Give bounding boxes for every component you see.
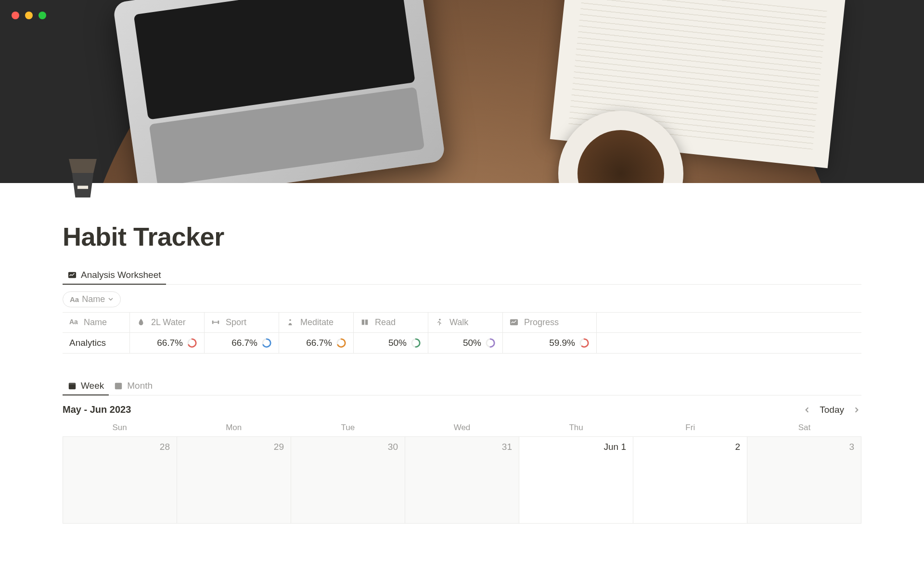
name-pill-label: Name bbox=[82, 294, 105, 304]
walk-icon bbox=[435, 318, 445, 328]
chevron-right-icon[interactable] bbox=[852, 405, 861, 415]
col-water-header[interactable]: 2L Water bbox=[130, 313, 205, 332]
meditation-icon bbox=[286, 318, 295, 328]
calendar-nav: Today bbox=[802, 405, 861, 415]
cell-walk-value: 50% bbox=[463, 338, 481, 348]
calendar-cell[interactable]: 29 bbox=[177, 437, 291, 524]
cell-name[interactable]: Analytics bbox=[63, 333, 130, 353]
tab-week[interactable]: Week bbox=[63, 377, 109, 395]
col-progress-header[interactable]: Progress bbox=[503, 313, 597, 332]
page-title[interactable]: Habit Tracker bbox=[63, 222, 861, 251]
col-progress-label: Progress bbox=[524, 317, 559, 328]
calendar-grid: 28 29 30 31 Jun 1 2 3 bbox=[63, 436, 861, 524]
dow-sat: Sat bbox=[747, 419, 861, 436]
svg-rect-21 bbox=[69, 383, 76, 385]
tab-week-label: Week bbox=[81, 381, 104, 391]
dow-sun: Sun bbox=[63, 419, 177, 436]
svg-rect-2 bbox=[212, 320, 214, 324]
text-aa-icon: Aa bbox=[69, 318, 79, 328]
calendar-cell[interactable]: 30 bbox=[291, 437, 405, 524]
text-aa-icon: Aa bbox=[70, 295, 79, 303]
calendar-day-headers: Sun Mon Tue Wed Thu Fri Sat bbox=[63, 419, 861, 436]
cover-image[interactable] bbox=[0, 0, 924, 183]
col-walk-label: Walk bbox=[449, 317, 468, 328]
svg-rect-22 bbox=[115, 383, 122, 390]
book-icon bbox=[360, 318, 370, 328]
chart-line-icon bbox=[510, 318, 519, 328]
window-minimize-button[interactable] bbox=[25, 12, 33, 19]
table-row[interactable]: Analytics 66.7% 66.7% 66.7% 50% 50% bbox=[63, 333, 861, 354]
svg-point-6 bbox=[439, 318, 441, 320]
calendar-cell[interactable]: 28 bbox=[63, 437, 177, 524]
cell-water[interactable]: 66.7% bbox=[130, 333, 205, 353]
window-close-button[interactable] bbox=[12, 12, 19, 19]
cell-meditate[interactable]: 66.7% bbox=[279, 333, 354, 353]
progress-ring-icon bbox=[187, 338, 197, 348]
cell-meditate-value: 66.7% bbox=[306, 338, 332, 348]
progress-ring-icon bbox=[261, 338, 272, 348]
svg-rect-3 bbox=[218, 320, 219, 324]
calendar-cell[interactable]: 31 bbox=[405, 437, 519, 524]
calendar-icon bbox=[67, 381, 77, 391]
dow-wed: Wed bbox=[405, 419, 519, 436]
cell-sport[interactable]: 66.7% bbox=[205, 333, 279, 353]
calendar-cell[interactable]: Jun 1 bbox=[519, 437, 633, 524]
window-zoom-button[interactable] bbox=[38, 12, 46, 19]
chevron-down-icon bbox=[108, 294, 114, 304]
window-traffic-lights bbox=[12, 12, 46, 19]
page-icon[interactable] bbox=[65, 159, 100, 197]
col-water-label: 2L Water bbox=[151, 317, 186, 328]
dow-mon: Mon bbox=[177, 419, 291, 436]
analysis-table: Aa Name 2L Water Sport Meditate Read bbox=[63, 312, 861, 354]
tab-analysis-worksheet[interactable]: Analysis Worksheet bbox=[63, 266, 166, 284]
tab-label: Analysis Worksheet bbox=[81, 270, 161, 280]
dow-fri: Fri bbox=[633, 419, 747, 436]
col-name-header[interactable]: Aa Name bbox=[63, 313, 130, 332]
table-header-row: Aa Name 2L Water Sport Meditate Read bbox=[63, 313, 861, 333]
tab-month[interactable]: Month bbox=[109, 377, 157, 395]
tab-month-label: Month bbox=[127, 381, 153, 391]
calendar-cell[interactable]: 3 bbox=[747, 437, 861, 524]
svg-point-5 bbox=[289, 319, 291, 321]
col-sport-label: Sport bbox=[226, 317, 246, 328]
calendar-range-label: May - Jun 2023 bbox=[63, 404, 131, 415]
name-filter-pill[interactable]: Aa Name bbox=[63, 291, 121, 307]
col-walk-header[interactable]: Walk bbox=[428, 313, 503, 332]
chart-line-icon bbox=[67, 270, 77, 280]
col-meditate-header[interactable]: Meditate bbox=[279, 313, 354, 332]
progress-ring-icon bbox=[485, 338, 496, 348]
water-drop-icon bbox=[137, 318, 146, 328]
calendar-icon bbox=[114, 381, 123, 391]
progress-ring-icon bbox=[411, 338, 421, 348]
cell-read-value: 50% bbox=[388, 338, 407, 348]
col-name-label: Name bbox=[84, 317, 107, 328]
svg-rect-4 bbox=[214, 322, 218, 323]
cell-progress-value: 59.9% bbox=[549, 338, 575, 348]
dumbbell-icon bbox=[211, 318, 221, 328]
cell-read[interactable]: 50% bbox=[354, 333, 428, 353]
calendar-header: May - Jun 2023 Today bbox=[63, 404, 861, 415]
cell-walk[interactable]: 50% bbox=[428, 333, 503, 353]
dow-thu: Thu bbox=[519, 419, 633, 436]
calendar-view-tabs: Week Month bbox=[63, 377, 861, 395]
progress-ring-icon bbox=[579, 338, 590, 348]
svg-rect-0 bbox=[77, 186, 88, 189]
col-meditate-label: Meditate bbox=[300, 317, 334, 328]
cell-water-value: 66.7% bbox=[157, 338, 183, 348]
cell-sport-value: 66.7% bbox=[231, 338, 257, 348]
col-read-label: Read bbox=[375, 317, 396, 328]
dow-tue: Tue bbox=[291, 419, 405, 436]
today-button[interactable]: Today bbox=[820, 405, 844, 415]
analysis-view-tabs: Analysis Worksheet bbox=[63, 266, 861, 285]
col-sport-header[interactable]: Sport bbox=[205, 313, 279, 332]
chevron-left-icon[interactable] bbox=[802, 405, 812, 415]
cell-progress[interactable]: 59.9% bbox=[503, 333, 597, 353]
progress-ring-icon bbox=[336, 338, 346, 348]
col-read-header[interactable]: Read bbox=[354, 313, 428, 332]
calendar-cell[interactable]: 2 bbox=[633, 437, 747, 524]
